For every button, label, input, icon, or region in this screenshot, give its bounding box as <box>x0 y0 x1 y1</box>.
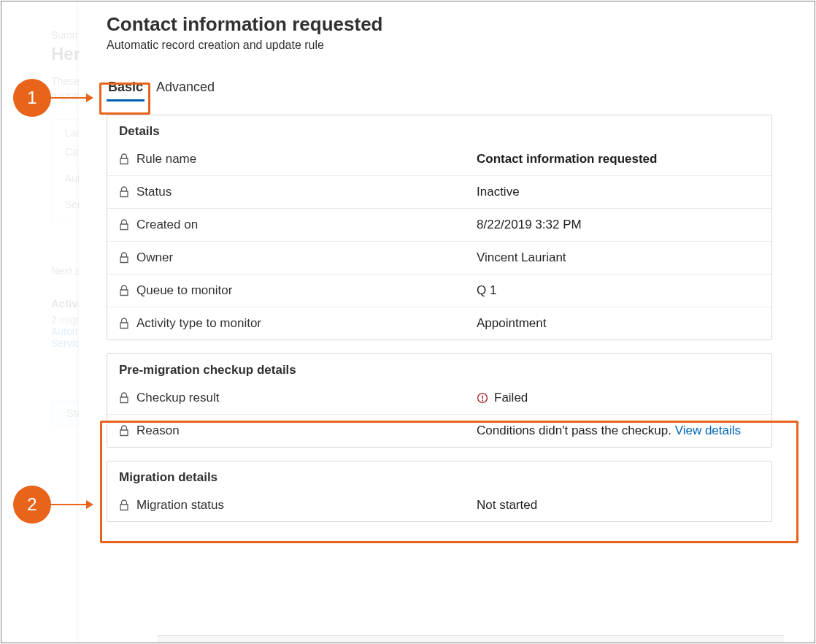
lock-icon <box>119 392 129 404</box>
lock-icon <box>119 318 129 329</box>
annotation-marker-2: 2 <box>13 486 51 524</box>
detail-row-activity-type: Activity type to monitor Appointment <box>107 307 771 340</box>
annotation-callout-1: 1 <box>13 79 93 117</box>
detail-label: Activity type to monitor <box>136 316 261 331</box>
detail-value-owner: Vincent Lauriant <box>477 250 760 265</box>
detail-label: Created on <box>136 218 198 232</box>
annotation-highlight-2 <box>100 421 798 543</box>
page-subtitle: Automatic record creation and update rul… <box>107 39 772 52</box>
detail-row-owner: Owner Vincent Lauriant <box>107 241 771 274</box>
checkup-result-text: Failed <box>494 391 528 405</box>
details-section: Details Rule name Contact information re… <box>107 115 772 340</box>
lock-icon <box>119 252 129 264</box>
lock-icon <box>119 153 129 165</box>
lock-icon <box>119 219 129 231</box>
detail-row-queue: Queue to monitor Q 1 <box>107 274 771 307</box>
detail-value-status: Inactive <box>477 185 760 199</box>
error-icon <box>477 392 488 404</box>
detail-value-queue: Q 1 <box>477 283 760 298</box>
detail-row-status: Status Inactive <box>107 175 771 208</box>
detail-label: Status <box>136 185 172 199</box>
checkup-value-result: Failed <box>477 391 760 405</box>
detail-row-rule-name: Rule name Contact information requested <box>107 143 771 175</box>
lock-icon <box>119 285 129 296</box>
details-section-title: Details <box>107 115 771 143</box>
annotation-highlight-1 <box>99 83 150 115</box>
detail-value-activity-type: Appointment <box>477 316 760 331</box>
checkup-label: Checkup result <box>136 391 219 405</box>
annotation-marker-1: 1 <box>13 79 51 117</box>
tab-advanced[interactable]: Advanced <box>155 77 216 101</box>
detail-label: Queue to monitor <box>136 283 232 298</box>
detail-label: Owner <box>136 250 173 265</box>
page-title: Contact information requested <box>107 13 772 36</box>
tab-bar: Basic Advanced <box>107 77 772 101</box>
detail-label: Rule name <box>136 152 196 166</box>
svg-point-2 <box>482 399 483 401</box>
checkup-row-result: Checkup result Failed <box>107 382 771 414</box>
detail-row-created-on: Created on 8/22/2019 3:32 PM <box>107 208 771 241</box>
annotation-callout-2: 2 <box>13 486 93 524</box>
detail-value-rule-name: Contact information requested <box>477 152 760 166</box>
checkup-section-title: Pre-migration checkup details <box>107 354 771 382</box>
details-flyout: Contact information requested Automatic … <box>79 0 800 644</box>
lock-icon <box>119 186 129 198</box>
horizontal-scrollbar[interactable] <box>158 635 784 643</box>
detail-value-created-on: 8/22/2019 3:32 PM <box>477 218 760 232</box>
